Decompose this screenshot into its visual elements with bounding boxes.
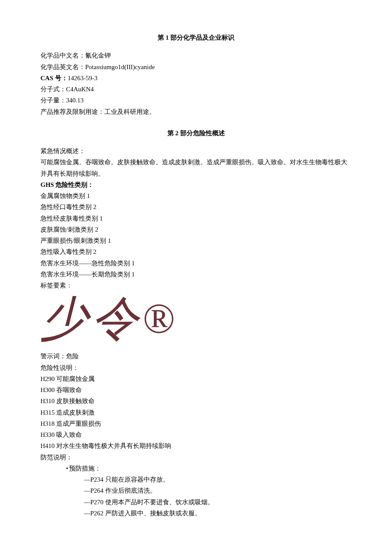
prevention-item: P262 严防进入眼中、接触皮肤或衣服。 — [40, 508, 352, 519]
hazard-item: H310 皮肤接触致命 — [40, 395, 352, 407]
precaution-label: 防范说明： — [40, 452, 352, 463]
label-elements: 标签要素： — [40, 280, 352, 291]
hazard-item: H290 可能腐蚀金属 — [40, 373, 352, 384]
emergency-label: 紧急情况概述： — [40, 145, 352, 157]
hazard-label: 危险性说明： — [40, 362, 352, 373]
prevention-item: P234 只能在原容器中存放。 — [40, 474, 352, 485]
prevention-item: P270 使用本产品时不要进食、饮水或吸烟。 — [40, 497, 352, 508]
watermark-char-2: 令 — [92, 295, 138, 342]
name-en-label: 化学品英文名： — [40, 64, 85, 70]
watermark-logo: 少 令 ® — [40, 295, 352, 342]
watermark-char-1: 少 — [40, 295, 87, 342]
section2-title-suffix: 部分危险性概述 — [179, 130, 225, 137]
section2-title-prefix: 第 — [167, 130, 176, 137]
hazard-item: H315 造成皮肤刺激 — [40, 407, 352, 418]
name-cn-value: 氰化金钾 — [85, 52, 111, 59]
hazard-item: H300 吞咽致命 — [40, 384, 352, 395]
ghs-item: 急性经口毒性类别 2 — [40, 201, 352, 212]
mw-row: 分子量：340.13 — [40, 95, 352, 106]
signal-word-label: 警示词： — [40, 353, 66, 360]
name-en-value: Potassiumgo1d(III)cyanide — [85, 64, 155, 70]
ghs-item: 金属腐蚀物类别 1 — [40, 190, 352, 201]
hazard-item: H330 吸入致命 — [40, 429, 352, 440]
ghs-item: 严重眼损伤/眼刺激类别 1 — [40, 235, 352, 246]
emergency-text: 可能腐蚀金属。吞咽致命。皮肤接触致命。造成皮肤刺激。造成严重眼损伤。吸入致命。对… — [40, 157, 352, 179]
prevention-heading-text: 预防措施： — [69, 465, 101, 472]
ghs-item: 皮肤腐蚀/刺激类别 2 — [40, 224, 352, 235]
signal-word-value: 危险 — [66, 353, 79, 360]
prevention-item-text: P270 使用本产品时不要进食、饮水或吸烟。 — [90, 499, 214, 506]
hazard-item: H410 对水生生物毒性极大并具有长期持续影响 — [40, 440, 352, 451]
hazard-item: H318 造成严重眼损伤 — [40, 418, 352, 429]
mw-label: 分子量： — [40, 97, 66, 104]
formula-label: 分子式： — [40, 86, 66, 93]
formula-value: C4AuKN4 — [66, 86, 94, 93]
name-cn-row: 化学品中文名：氰化金钾 — [40, 50, 352, 61]
use-label: 产品推荐及限制用途： — [40, 108, 104, 115]
signal-word-row: 警示词：危险 — [40, 351, 352, 362]
section2-title: 第 2 部分危险性概述 — [40, 128, 352, 139]
section1-body: 化学品中文名：氰化金钾 化学品英文名：Potassiumgo1d(III)cya… — [40, 50, 352, 117]
prevention-item: P264 作业后彻底清洗。 — [40, 485, 352, 496]
cas-label: CAS 号： — [40, 75, 68, 81]
prevention-item-text: P262 严防进入眼中、接触皮肤或衣服。 — [90, 510, 201, 517]
section1-title-prefix: 第 — [158, 34, 166, 41]
use-value: 工业及科研用途。 — [104, 108, 156, 115]
prevention-item-text: P234 只能在原容器中存放。 — [90, 476, 169, 483]
prevention-item-text: P264 作业后彻底清洗。 — [90, 487, 156, 494]
ghs-item: 危害水生环境——长期危险类别 1 — [40, 269, 352, 280]
use-row: 产品推荐及限制用途：工业及科研用途。 — [40, 106, 352, 117]
registered-icon: ® — [143, 297, 175, 340]
prevention-heading: 预防措施： — [40, 463, 352, 474]
ghs-label: GHS 危险性类别： — [40, 179, 352, 190]
mw-value: 340.13 — [66, 97, 84, 104]
ghs-item: 急性吸入毒性类别 2 — [40, 246, 352, 257]
section2-title-num: 2 — [175, 130, 179, 137]
cas-row: CAS 号：14263-59-3 — [40, 73, 352, 84]
formula-row: 分子式：C4AuKN4 — [40, 84, 352, 95]
section1-title: 第 1 部分化学品及企业标识 — [40, 32, 352, 43]
name-en-row: 化学品英文名：Potassiumgo1d(III)cyanide — [40, 61, 352, 73]
cas-value: 14263-59-3 — [68, 75, 98, 81]
ghs-item: 急性经皮肤毒性类别 1 — [40, 213, 352, 224]
ghs-item: 危害水生环境——急性危险类别 1 — [40, 258, 352, 269]
section1-title-suffix: 部分化学品及企业标识 — [169, 34, 234, 41]
section2-body: 紧急情况概述： 可能腐蚀金属。吞咽致命。皮肤接触致命。造成皮肤刺激。造成严重眼损… — [40, 145, 352, 519]
name-cn-label: 化学品中文名： — [40, 52, 85, 59]
